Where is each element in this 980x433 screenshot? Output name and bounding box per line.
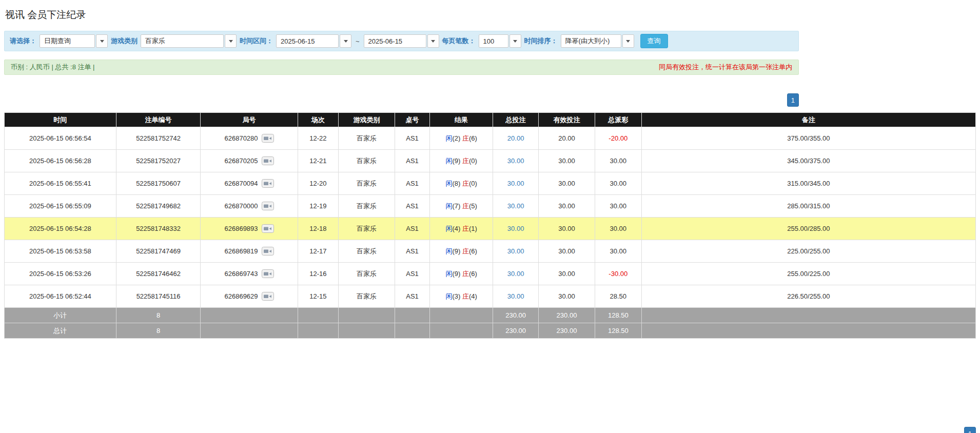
table-row: 2025-06-15 06:54:28522581748332626869893… bbox=[5, 218, 976, 240]
round-cell: 626869743 bbox=[201, 263, 298, 285]
page-size-value: 100 bbox=[479, 34, 508, 48]
round-number: 626870094 bbox=[224, 180, 258, 187]
result-cell: 闲(9) 庄(6) bbox=[430, 240, 493, 263]
result-cell: 闲(4) 庄(1) bbox=[430, 218, 493, 240]
bet-id-cell: 522581752027 bbox=[116, 150, 201, 172]
chevron-down-icon[interactable] bbox=[225, 34, 237, 48]
total-bet-link[interactable]: 30.00 bbox=[507, 247, 524, 255]
video-replay-icon[interactable] bbox=[262, 269, 274, 278]
remark-cell: 315.00/345.00 bbox=[641, 172, 975, 195]
valid-bet-cell: 30.00 bbox=[539, 195, 595, 218]
session-cell: 12-15 bbox=[298, 285, 339, 308]
video-replay-icon[interactable] bbox=[262, 247, 274, 255]
search-button[interactable]: 查询 bbox=[640, 34, 668, 48]
video-replay-icon[interactable] bbox=[262, 156, 274, 165]
page-1-button[interactable]: 1 bbox=[787, 93, 799, 107]
round-cell: 626870000 bbox=[201, 195, 298, 218]
video-replay-icon[interactable] bbox=[262, 292, 274, 301]
column-header: 游戏类别 bbox=[339, 113, 395, 127]
game-type-cell: 百家乐 bbox=[339, 150, 395, 172]
game-type-cell: 百家乐 bbox=[339, 127, 395, 150]
game-type-cell: 百家乐 bbox=[339, 263, 395, 285]
valid-bet-cell: 30.00 bbox=[539, 218, 595, 240]
bet-id-cell: 522581749682 bbox=[116, 195, 201, 218]
payout-cell: 28.50 bbox=[595, 285, 641, 308]
remark-cell: 285.00/315.00 bbox=[641, 195, 975, 218]
session-cell: 12-20 bbox=[298, 172, 339, 195]
total-bet-link[interactable]: 20.00 bbox=[507, 134, 524, 142]
page-size-label: 每页笔数： bbox=[442, 36, 476, 46]
chevron-down-icon[interactable] bbox=[509, 34, 521, 48]
round-number: 626869893 bbox=[224, 225, 258, 232]
video-replay-icon[interactable] bbox=[262, 202, 274, 210]
summary-row: 小计8230.00230.00128.50 bbox=[5, 308, 976, 323]
chevron-down-icon[interactable] bbox=[427, 34, 439, 48]
page-size-select[interactable]: 100 bbox=[479, 34, 521, 48]
query-type-select[interactable]: 日期查询 bbox=[40, 34, 108, 48]
player-result: 闲 bbox=[445, 202, 452, 210]
date-from-select[interactable]: 2025-06-15 bbox=[276, 34, 351, 48]
total-bet-cell: 30.00 bbox=[493, 150, 539, 172]
summary-valid-bet: 230.00 bbox=[539, 308, 595, 323]
table-header-row: 时间注单编号局号场次游戏类别桌号结果总投注有效投注总派彩备注 bbox=[5, 113, 976, 127]
bet-id-cell: 522581752742 bbox=[116, 127, 201, 150]
summary-bar: 币别 : 人民币 | 总共 :8 注单 | 同局有效投注，统一计算在该局第一张注… bbox=[4, 60, 799, 75]
column-header: 总派彩 bbox=[595, 113, 641, 127]
total-bet-link[interactable]: 30.00 bbox=[507, 202, 524, 210]
total-bet-cell: 30.00 bbox=[493, 285, 539, 308]
time-sort-select[interactable]: 降幂(由大到小) bbox=[561, 34, 634, 48]
time-cell: 2025-06-15 06:54:28 bbox=[5, 218, 116, 240]
summary-payout: 128.50 bbox=[595, 308, 641, 323]
column-header: 时间 bbox=[5, 113, 116, 127]
round-number: 626869819 bbox=[224, 247, 258, 255]
session-cell: 12-18 bbox=[298, 218, 339, 240]
time-cell: 2025-06-15 06:53:26 bbox=[5, 263, 116, 285]
player-result: 闲 bbox=[445, 247, 452, 255]
round-number: 626870000 bbox=[224, 202, 258, 210]
query-type-label: 请选择： bbox=[10, 36, 36, 46]
date-to-select[interactable]: 2025-06-15 bbox=[364, 34, 439, 48]
game-type-select[interactable]: 百家乐 bbox=[141, 34, 237, 48]
round-number: 626869743 bbox=[224, 270, 258, 278]
valid-bet-cell: 30.00 bbox=[539, 172, 595, 195]
total-bet-link[interactable]: 30.00 bbox=[507, 180, 524, 187]
page-1-button[interactable]: 1 bbox=[964, 427, 976, 433]
table-no-cell: AS1 bbox=[395, 263, 429, 285]
payout-cell: -30.00 bbox=[595, 263, 641, 285]
total-bet-link[interactable]: 30.00 bbox=[507, 225, 524, 232]
time-cell: 2025-06-15 06:53:58 bbox=[5, 240, 116, 263]
time-cell: 2025-06-15 06:56:54 bbox=[5, 127, 116, 150]
round-cell: 626870094 bbox=[201, 172, 298, 195]
banker-result: 庄 bbox=[462, 247, 469, 255]
banker-result: 庄 bbox=[462, 292, 469, 300]
session-cell: 12-17 bbox=[298, 240, 339, 263]
remark-cell: 345.00/375.00 bbox=[641, 150, 975, 172]
payout-cell: -20.00 bbox=[595, 127, 641, 150]
summary-row: 总计8230.00230.00128.50 bbox=[5, 323, 976, 339]
session-cell: 12-21 bbox=[298, 150, 339, 172]
bet-id-cell: 522581747469 bbox=[116, 240, 201, 263]
player-result: 闲 bbox=[445, 180, 452, 187]
player-result: 闲 bbox=[445, 134, 452, 142]
bet-id-cell: 522581750607 bbox=[116, 172, 201, 195]
filter-bar: 请选择： 日期查询 游戏类别 百家乐 时间区间： 2025-06-15 ~ 20… bbox=[4, 31, 799, 51]
chevron-down-icon[interactable] bbox=[622, 34, 634, 48]
total-bet-link[interactable]: 30.00 bbox=[507, 292, 524, 300]
total-bet-cell: 30.00 bbox=[493, 263, 539, 285]
summary-label: 总计 bbox=[5, 323, 116, 339]
result-cell: 闲(8) 庄(0) bbox=[430, 172, 493, 195]
video-replay-icon[interactable] bbox=[262, 179, 274, 188]
chevron-down-icon[interactable] bbox=[340, 34, 351, 48]
video-replay-icon[interactable] bbox=[262, 224, 274, 233]
video-replay-icon[interactable] bbox=[262, 134, 274, 143]
total-bet-link[interactable]: 30.00 bbox=[507, 270, 524, 278]
table-row: 2025-06-15 06:53:26522581746462626869743… bbox=[5, 263, 976, 285]
total-bet-link[interactable]: 30.00 bbox=[507, 157, 524, 165]
session-cell: 12-22 bbox=[298, 127, 339, 150]
date-to-value: 2025-06-15 bbox=[364, 34, 426, 48]
chevron-down-icon[interactable] bbox=[96, 34, 108, 48]
valid-bet-notice: 同局有效投注，统一计算在该局第一张注单内 bbox=[659, 63, 792, 72]
summary-label: 小计 bbox=[5, 308, 116, 323]
round-cell: 626869893 bbox=[201, 218, 298, 240]
round-number: 626869629 bbox=[224, 292, 258, 300]
